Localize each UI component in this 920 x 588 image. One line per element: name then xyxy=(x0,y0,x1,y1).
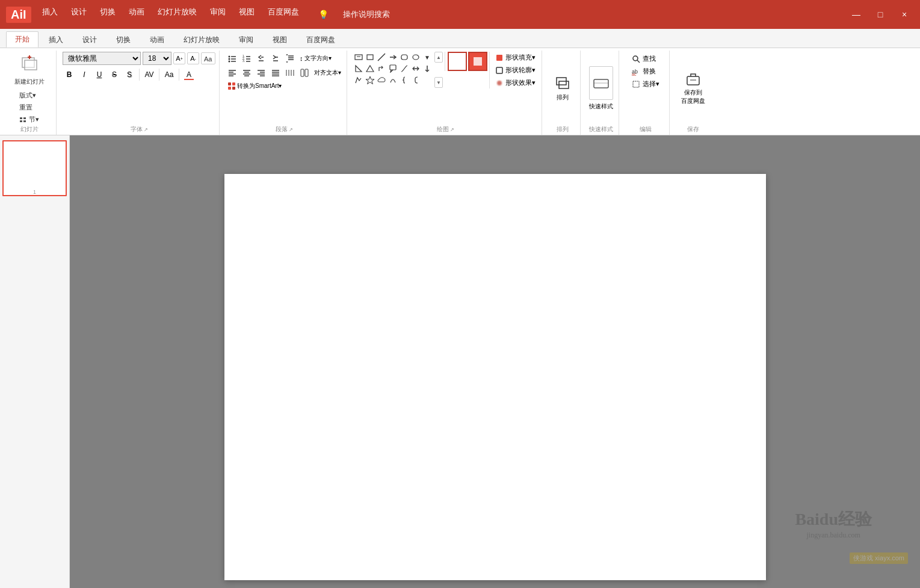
align-left-btn[interactable] xyxy=(226,66,239,79)
decrease-indent-btn[interactable] xyxy=(255,52,268,65)
shape-bent-arrow-btn[interactable] xyxy=(376,63,387,74)
shape-text-btn[interactable] xyxy=(353,52,364,63)
save-to-baidu-btn[interactable]: 保存到 百度网盘 xyxy=(679,69,708,108)
shape-rect-btn[interactable] xyxy=(365,52,375,63)
shadow-btn[interactable]: S xyxy=(123,68,136,81)
shape-arrow-btn[interactable] xyxy=(387,52,398,63)
convert-smartart-btn[interactable]: 转换为SmartArt▾ xyxy=(226,81,283,91)
case-btn[interactable]: Aa xyxy=(162,68,176,81)
quick-styles-group-title[interactable]: 快速样式 xyxy=(589,125,613,135)
para-dialog-launcher[interactable]: ↗ xyxy=(289,127,293,132)
shape-braces-btn[interactable] xyxy=(399,75,410,85)
font-color-btn[interactable]: A xyxy=(182,68,196,81)
menu-switch[interactable]: 切换 xyxy=(94,4,122,25)
menu-animation[interactable]: 动画 xyxy=(123,4,150,25)
menu-search[interactable]: 💡 操作说明搜索 xyxy=(306,4,402,25)
shapes-more-btn[interactable]: ▼ xyxy=(434,77,443,88)
line-spacing-btn[interactable] xyxy=(283,52,297,65)
tab-view[interactable]: 视图 xyxy=(264,32,296,48)
section-btn[interactable]: 节▾ xyxy=(17,114,42,125)
shape-right-angle-btn[interactable] xyxy=(353,63,364,74)
slide-canvas[interactable] xyxy=(224,174,766,580)
menu-design[interactable]: 设计 xyxy=(65,4,93,25)
bullets-btn[interactable] xyxy=(226,52,239,65)
underline-btn[interactable]: U xyxy=(93,68,106,81)
align-center-btn[interactable] xyxy=(240,66,253,79)
shape-cloud-btn[interactable] xyxy=(376,75,387,85)
shapes-scroll-up[interactable]: ▲ xyxy=(434,52,443,63)
font-grow-btn[interactable]: A+ xyxy=(173,52,185,64)
tab-transitions[interactable]: 切换 xyxy=(107,32,140,48)
find-btn[interactable]: 查找 xyxy=(628,53,659,64)
arrange-btn[interactable]: 排列 xyxy=(552,73,573,104)
shape-fill-btn[interactable]: 形状填充▾ xyxy=(493,52,538,63)
numbered-btn[interactable]: 1.2.3. xyxy=(240,52,253,65)
shape-line-btn[interactable] xyxy=(376,52,387,63)
char-spacing-btn[interactable]: AV xyxy=(143,68,156,81)
select-btn[interactable]: 选择▾ xyxy=(628,78,663,90)
columns-btn[interactable] xyxy=(283,66,297,79)
arrange-group-title[interactable]: 排列 xyxy=(557,125,569,135)
strikethrough-btn[interactable]: S xyxy=(108,68,121,81)
slide-thumb-1[interactable]: 1 xyxy=(2,140,67,196)
svg-rect-4 xyxy=(20,117,22,119)
italic-btn[interactable]: I xyxy=(78,68,91,81)
drawing-dialog-launcher[interactable]: ↗ xyxy=(450,127,454,132)
tab-design[interactable]: 设计 xyxy=(73,32,106,48)
win-minimize-btn[interactable]: — xyxy=(847,5,866,24)
slides-group-title[interactable]: 幻灯片 xyxy=(20,125,39,135)
font-name-select[interactable]: 微软雅黑 xyxy=(63,52,141,65)
font-group-title[interactable]: 字体 ↗ xyxy=(131,125,148,135)
quick-styles-btn[interactable] xyxy=(589,66,613,100)
tab-baidu[interactable]: 百度网盘 xyxy=(297,32,344,48)
shape-effect-btn[interactable]: 形状效果▾ xyxy=(493,77,538,88)
save-group-title[interactable]: 保存 xyxy=(687,125,699,135)
svg-rect-56 xyxy=(367,55,373,60)
align-right-btn[interactable] xyxy=(255,66,268,79)
selected-shape-btn[interactable] xyxy=(448,52,467,71)
col-settings-btn[interactable] xyxy=(298,66,311,79)
align-text-btn[interactable]: 对齐文本▾ xyxy=(312,67,343,78)
editing-group-title[interactable]: 编辑 xyxy=(640,125,652,135)
layout-btn[interactable]: 版式▾ xyxy=(17,90,42,101)
tab-slideshow[interactable]: 幻灯片放映 xyxy=(174,32,229,48)
menu-view[interactable]: 视图 xyxy=(233,4,261,25)
tab-insert[interactable]: 插入 xyxy=(40,32,72,48)
shape-bracket-btn[interactable] xyxy=(410,75,421,85)
shape-outline-btn[interactable]: 形状轮廓▾ xyxy=(493,64,538,76)
shape-ellipse-btn[interactable] xyxy=(410,52,421,63)
font-shrink-btn[interactable]: A- xyxy=(187,52,199,64)
text-direction-btn[interactable]: ↕ 文字方向▾ xyxy=(298,53,333,64)
tab-home[interactable]: 开始 xyxy=(6,31,39,48)
win-maximize-btn[interactable]: □ xyxy=(871,5,890,24)
reset-btn[interactable]: 重置 xyxy=(17,102,42,113)
tab-animations[interactable]: 动画 xyxy=(141,32,173,48)
menu-insert[interactable]: 插入 xyxy=(36,4,64,25)
shape-arrows-btn[interactable] xyxy=(410,63,421,74)
drawing-group-title[interactable]: 绘图 ↗ xyxy=(437,125,454,135)
font-size-select[interactable]: 18 xyxy=(143,52,171,65)
shape-arc-btn[interactable] xyxy=(387,75,398,85)
font-dialog-launcher[interactable]: ↗ xyxy=(144,127,148,132)
para-group-title[interactable]: 段落 ↗ xyxy=(276,125,293,135)
shape-star-btn[interactable] xyxy=(365,75,375,85)
menu-slideshow[interactable]: 幻灯片放映 xyxy=(152,4,203,25)
menu-review[interactable]: 审阅 xyxy=(204,4,232,25)
menu-baidu[interactable]: 百度网盘 xyxy=(262,4,305,25)
shape-down-arrow-btn[interactable] xyxy=(422,63,433,74)
shape-callout-btn[interactable] xyxy=(387,63,398,74)
shape-more-btn[interactable]: ▼ xyxy=(422,52,433,63)
replace-btn[interactable]: abac 替换 xyxy=(628,66,659,77)
shape-connector-btn[interactable] xyxy=(399,63,410,74)
shape-rounded-rect-btn[interactable] xyxy=(399,52,410,63)
new-slide-btn[interactable]: 新建幻灯片 xyxy=(10,52,49,88)
tab-review[interactable]: 审阅 xyxy=(230,32,262,48)
bold-btn[interactable]: B xyxy=(63,68,76,81)
shape-freeform-btn[interactable] xyxy=(353,75,364,85)
clear-format-btn[interactable]: Aa xyxy=(201,52,215,64)
selected-shape2-btn[interactable] xyxy=(468,52,487,71)
win-close-btn[interactable]: × xyxy=(895,5,914,24)
justify-btn[interactable] xyxy=(269,66,282,79)
shape-triangle-btn[interactable] xyxy=(365,63,375,74)
increase-indent-btn[interactable] xyxy=(269,52,282,65)
